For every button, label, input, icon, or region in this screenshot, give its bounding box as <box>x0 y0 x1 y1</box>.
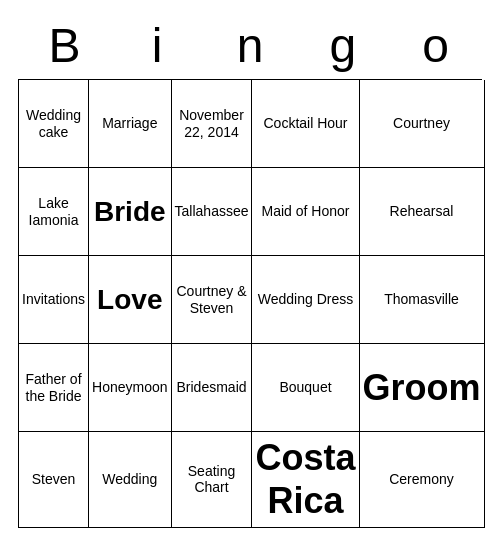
bingo-cell-22: Seating Chart <box>172 432 253 527</box>
bingo-cell-4: Courtney <box>360 80 485 168</box>
bingo-cell-9: Rehearsal <box>360 168 485 256</box>
bingo-cell-17: Bridesmaid <box>172 344 253 432</box>
bingo-cell-18: Bouquet <box>252 344 359 432</box>
bingo-cell-15: Father of the Bride <box>19 344 89 432</box>
bingo-cell-12: Courtney & Steven <box>172 256 253 344</box>
bingo-cell-11: Love <box>89 256 172 344</box>
bingo-cell-14: Thomasville <box>360 256 485 344</box>
bingo-cell-19: Groom <box>360 344 485 432</box>
bingo-cell-16: Honeymoon <box>89 344 172 432</box>
bingo-cell-5: Lake Iamonia <box>19 168 89 256</box>
bingo-grid: Wedding cakeMarriageNovember 22, 2014Coc… <box>18 79 482 527</box>
bingo-cell-10: Invitations <box>19 256 89 344</box>
bingo-cell-0: Wedding cake <box>19 80 89 168</box>
bingo-header: B i n g o <box>18 16 482 77</box>
letter-i: i <box>111 16 204 77</box>
bingo-card: B i n g o Wedding cakeMarriageNovember 2… <box>10 8 490 535</box>
letter-n: n <box>204 16 297 77</box>
bingo-cell-3: Cocktail Hour <box>252 80 359 168</box>
bingo-cell-23: Costa Rica <box>252 432 359 527</box>
bingo-cell-8: Maid of Honor <box>252 168 359 256</box>
bingo-cell-21: Wedding <box>89 432 172 527</box>
letter-b: B <box>18 16 111 77</box>
bingo-cell-13: Wedding Dress <box>252 256 359 344</box>
letter-o: o <box>389 16 482 77</box>
bingo-cell-7: Tallahassee <box>172 168 253 256</box>
bingo-cell-6: Bride <box>89 168 172 256</box>
letter-g: g <box>296 16 389 77</box>
bingo-cell-24: Ceremony <box>360 432 485 527</box>
bingo-cell-1: Marriage <box>89 80 172 168</box>
bingo-cell-20: Steven <box>19 432 89 527</box>
bingo-cell-2: November 22, 2014 <box>172 80 253 168</box>
